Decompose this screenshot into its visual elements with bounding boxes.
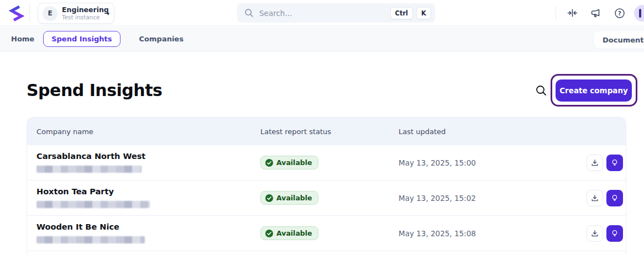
- download-report-button[interactable]: [587, 155, 603, 171]
- nav-spend-insights[interactable]: Spend Insights: [43, 31, 120, 47]
- download-icon: [590, 158, 599, 167]
- redacted-address: [36, 236, 145, 243]
- table-search-icon[interactable]: [535, 84, 547, 97]
- download-icon: [590, 229, 599, 238]
- table-row[interactable]: Hoxton Tea Party Available May 13, 2025,…: [27, 180, 626, 216]
- help-icon[interactable]: ?: [610, 4, 629, 23]
- company-name: Wooden It Be Nice: [36, 223, 260, 231]
- status-label: Available: [276, 194, 312, 202]
- status-badge: Available: [260, 226, 318, 240]
- lightbulb-icon: [610, 194, 619, 203]
- app-logo-icon[interactable]: [8, 5, 24, 24]
- insights-button[interactable]: [606, 190, 623, 206]
- collapse-panel-icon[interactable]: [563, 4, 582, 23]
- documentation-button[interactable]: Documentation: [594, 31, 644, 49]
- org-subtitle: Test instance: [62, 14, 103, 20]
- col-report-status: Latest report status: [260, 128, 399, 136]
- company-name: Hoxton Tea Party: [36, 188, 260, 196]
- last-updated: May 13, 2025, 15:08: [399, 229, 532, 238]
- topbar-divider: [29, 4, 30, 22]
- check-circle-icon: [265, 230, 273, 237]
- last-updated: May 13, 2025, 15:00: [399, 158, 532, 167]
- search-icon: [244, 8, 254, 18]
- table-row[interactable]: Wooden It Be Nice Available May 13, 2025…: [27, 216, 626, 251]
- last-updated: May 13, 2025, 15:02: [399, 194, 532, 203]
- lightbulb-icon: [610, 158, 619, 167]
- nav-home[interactable]: Home: [11, 35, 34, 43]
- download-icon: [590, 194, 599, 203]
- user-avatar[interactable]: [634, 5, 644, 22]
- help-glyph: ?: [618, 10, 621, 16]
- main-nav: Home Spend Insights Companies: [0, 26, 644, 52]
- check-circle-icon: [265, 159, 273, 167]
- redacted-address: [36, 201, 150, 208]
- topbar-divider: [556, 6, 556, 20]
- kbd-ctrl: Ctrl: [390, 7, 413, 19]
- avatar-letter-fragment: [639, 9, 641, 18]
- kbd-k: K: [416, 7, 431, 19]
- announcements-megaphone-icon[interactable]: [587, 4, 605, 23]
- download-report-button[interactable]: [587, 190, 603, 206]
- check-circle-icon: [265, 194, 273, 202]
- create-company-button[interactable]: Create company: [556, 79, 632, 102]
- company-name: Carsablanca North West: [36, 152, 260, 161]
- org-avatar: E: [43, 6, 57, 21]
- status-badge: Available: [260, 191, 318, 205]
- chevron-down-icon: ▾: [107, 10, 109, 17]
- col-company-name: Company name: [36, 128, 260, 136]
- table-header-row: Company name Latest report status Last u…: [27, 118, 626, 145]
- table-row[interactable]: Carsablanca North West Available May 13,…: [27, 145, 626, 180]
- status-label: Available: [276, 229, 312, 237]
- top-bar: E Engineering Test instance ▾ Search... …: [0, 0, 644, 26]
- global-search-input[interactable]: Search... Ctrl K: [237, 3, 435, 23]
- org-switcher[interactable]: E Engineering Test instance ▾: [38, 3, 114, 24]
- companies-table: Company name Latest report status Last u…: [27, 117, 626, 255]
- org-name: Engineering: [62, 6, 103, 14]
- insights-button[interactable]: [606, 225, 623, 242]
- page-title: Spend Insights: [27, 81, 162, 100]
- status-label: Available: [276, 158, 312, 167]
- insights-button[interactable]: [606, 155, 623, 171]
- status-badge: Available: [260, 156, 318, 169]
- search-placeholder: Search...: [259, 9, 387, 18]
- download-report-button[interactable]: [587, 225, 603, 242]
- redacted-address: [36, 166, 142, 173]
- col-last-updated: Last updated: [399, 128, 532, 136]
- lightbulb-icon: [610, 229, 619, 238]
- nav-companies[interactable]: Companies: [139, 35, 184, 43]
